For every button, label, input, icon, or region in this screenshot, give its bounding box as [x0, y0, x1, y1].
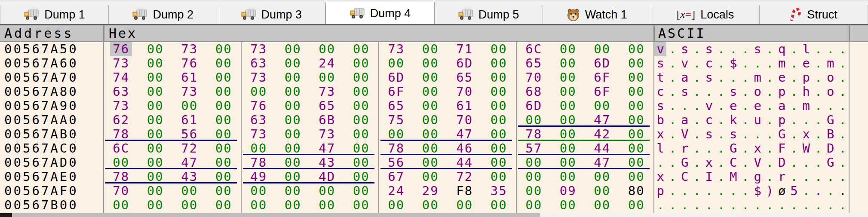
ascii-char[interactable]: . — [837, 85, 849, 99]
ascii-char[interactable]: . — [812, 156, 824, 170]
ascii-char[interactable]: . — [764, 70, 776, 85]
ascii-char[interactable]: s — [654, 56, 666, 70]
hex-byte[interactable]: 61 — [172, 113, 207, 127]
ascii-char[interactable]: . — [788, 56, 800, 70]
ascii-char[interactable]: . — [764, 85, 776, 99]
ascii-char[interactable]: . — [666, 42, 678, 56]
hex-byte[interactable]: 61 — [172, 70, 207, 85]
ascii-char[interactable]: . — [715, 113, 727, 127]
hex-byte[interactable]: 00 — [138, 198, 173, 212]
tab-dump-4[interactable]: Dump 4 — [325, 2, 434, 24]
hex-byte[interactable]: 6D — [448, 56, 482, 70]
ascii-char[interactable]: . — [715, 184, 727, 198]
ascii-char[interactable]: . — [837, 198, 849, 212]
ascii-char[interactable]: e — [800, 56, 812, 70]
address-cell[interactable]: 00567AA0 — [0, 113, 103, 127]
hex-byte[interactable]: 6F — [379, 85, 414, 99]
hex-byte[interactable]: 00 — [414, 42, 448, 56]
hex-byte[interactable]: 00 — [379, 198, 414, 212]
ascii-char[interactable]: m — [825, 56, 837, 70]
ascii-char[interactable]: . — [800, 113, 812, 127]
hex-byte[interactable]: 00 — [276, 85, 310, 99]
ascii-char[interactable]: . — [703, 85, 715, 99]
ascii-char[interactable]: . — [788, 99, 800, 113]
ascii-char[interactable]: . — [788, 141, 800, 156]
hex-byte[interactable]: 00 — [620, 170, 654, 184]
hex-byte[interactable]: 00 — [620, 85, 654, 99]
hex-byte[interactable]: 00 — [448, 198, 482, 212]
ascii-char[interactable]: b — [654, 113, 666, 127]
ascii-char[interactable]: v — [654, 42, 666, 56]
ascii-char[interactable]: u — [751, 113, 764, 127]
hex-byte[interactable]: 6D — [517, 99, 551, 113]
hex-byte[interactable]: 00 — [138, 184, 173, 198]
hex-byte[interactable]: 00 — [207, 141, 241, 156]
hex-byte[interactable]: 70 — [517, 70, 551, 85]
horizontal-scrollbar[interactable] — [0, 213, 868, 217]
hex-byte[interactable]: 73 — [172, 85, 207, 99]
ascii-char[interactable]: . — [691, 156, 703, 170]
ascii-char[interactable]: C — [727, 156, 739, 170]
address-cell[interactable]: 00567AC0 — [0, 141, 103, 156]
ascii-char[interactable]: . — [739, 42, 751, 56]
hex-byte[interactable]: 24 — [310, 56, 344, 70]
ascii-char[interactable]: s — [679, 85, 691, 99]
hex-byte[interactable]: 00 — [276, 184, 310, 198]
ascii-char[interactable]: . — [739, 56, 751, 70]
hex-byte[interactable]: 00 — [482, 113, 516, 127]
ascii-char[interactable]: . — [812, 198, 824, 212]
ascii-char[interactable]: . — [691, 42, 703, 56]
address-cell[interactable]: 00567A70 — [0, 70, 103, 85]
hex-byte[interactable]: 00 — [482, 70, 516, 85]
hex-byte[interactable]: 00 — [551, 85, 586, 99]
hex-byte[interactable]: 00 — [207, 85, 241, 99]
ascii-char[interactable]: s — [703, 42, 715, 56]
ascii-char[interactable]: q — [776, 42, 788, 56]
ascii-char[interactable]: . — [739, 156, 751, 170]
ascii-char[interactable]: . — [715, 198, 727, 212]
ascii-char[interactable]: . — [727, 198, 739, 212]
ascii-char[interactable]: . — [715, 85, 727, 99]
hex-byte[interactable]: 00 — [344, 42, 379, 56]
hex-byte[interactable]: 00 — [310, 198, 344, 212]
hex-byte[interactable]: 00 — [344, 70, 379, 85]
ascii-char[interactable]: . — [691, 184, 703, 198]
hex-byte[interactable]: 00 — [585, 198, 620, 212]
ascii-char[interactable]: . — [691, 170, 703, 184]
hex-byte[interactable]: 00 — [344, 85, 379, 99]
ascii-char[interactable]: p — [776, 113, 788, 127]
ascii-char[interactable]: . — [703, 198, 715, 212]
ascii-char[interactable]: s — [703, 70, 715, 85]
hex-byte[interactable]: 00 — [172, 99, 207, 113]
ascii-char[interactable]: M — [727, 170, 739, 184]
tab-dump-5[interactable]: Dump 5 — [435, 5, 543, 24]
ascii-char[interactable]: m — [800, 99, 812, 113]
hex-byte[interactable]: 00 — [344, 99, 379, 113]
hex-byte[interactable]: 73 — [104, 56, 138, 70]
hex-byte[interactable]: 00 — [414, 170, 448, 184]
hex-byte[interactable]: 6B — [310, 113, 344, 127]
ascii-char[interactable]: s — [654, 99, 666, 113]
hex-byte[interactable]: 00 — [414, 198, 448, 212]
hex-byte[interactable]: 70 — [448, 113, 482, 127]
tab-dump-3[interactable]: Dump 3 — [217, 5, 325, 24]
ascii-char[interactable]: l — [800, 42, 812, 56]
ascii-char[interactable]: . — [679, 99, 691, 113]
ascii-char[interactable]: 5 — [788, 184, 800, 198]
ascii-char[interactable]: C — [679, 170, 691, 184]
hex-byte[interactable]: 63 — [242, 56, 276, 70]
ascii-char[interactable]: . — [764, 127, 776, 141]
hex-byte[interactable]: 00 — [207, 113, 241, 127]
ascii-char[interactable]: . — [812, 99, 824, 113]
hex-byte[interactable]: 70 — [104, 184, 138, 198]
hex-byte[interactable]: 00 — [138, 42, 173, 56]
ascii-char[interactable]: v — [679, 56, 691, 70]
hex-byte[interactable]: 00 — [138, 85, 173, 99]
ascii-char[interactable]: . — [788, 198, 800, 212]
ascii-char[interactable]: . — [739, 127, 751, 141]
hex-byte[interactable]: 6D — [585, 56, 620, 70]
hex-byte[interactable]: 65 — [448, 70, 482, 85]
ascii-char[interactable]: . — [715, 42, 727, 56]
ascii-char[interactable]: m — [751, 70, 764, 85]
hex-byte[interactable]: 75 — [379, 113, 414, 127]
